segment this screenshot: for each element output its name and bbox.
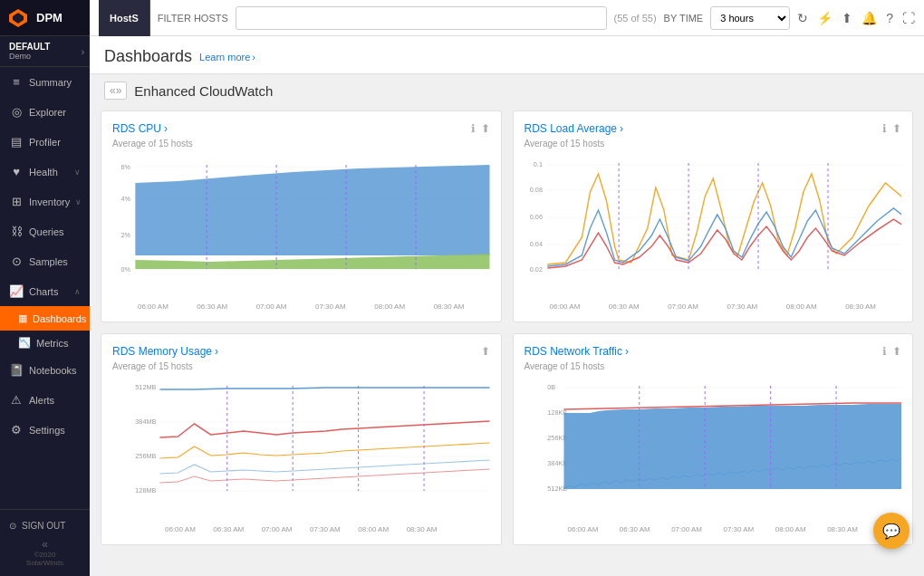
chart-card-rds-network: RDS Network Traffic › ℹ ⬆ Average of 15 … — [513, 333, 914, 545]
sidebar-item-health[interactable]: ♥ Health ∨ — [0, 157, 90, 187]
inventory-chevron-icon: ∨ — [75, 197, 82, 206]
svg-text:2%: 2% — [120, 231, 130, 239]
sidebar-item-explorer[interactable]: ◎ Explorer — [0, 97, 90, 127]
chart-share-icon-memory[interactable]: ⬆ — [481, 345, 490, 358]
chart-title-arrow-icon-memory: › — [215, 345, 218, 358]
fullscreen-icon[interactable]: ⛶ — [902, 11, 915, 25]
svg-text:384MB: 384MB — [135, 418, 156, 426]
copyright-text: ©2020 SolarWinds — [9, 551, 81, 569]
time-selector[interactable]: 3 hours 30 minutes 1 hour 6 hours 12 hou… — [710, 6, 790, 30]
dashboard-title-row: «» Enhanced CloudWatch — [101, 74, 913, 110]
metrics-icon: 📉 — [18, 337, 31, 349]
lightning-icon[interactable]: ⚡ — [817, 11, 833, 25]
sidebar-item-samples[interactable]: ⊙ Samples — [0, 246, 90, 276]
chart-subtitle-network: Average of 15 hosts — [525, 361, 902, 371]
chart-title-load[interactable]: RDS Load Average › — [525, 122, 624, 135]
sidebar-item-queries[interactable]: ⛓ Queries — [0, 216, 90, 246]
dashboard-section-title: Enhanced CloudWatch — [134, 83, 273, 99]
sidebar-label-metrics: Metrics — [36, 338, 68, 349]
sidebar-item-summary[interactable]: ≡ Summary — [0, 67, 90, 97]
chart-x-axis-cpu: 06:00 AM 06:30 AM 07:00 AM 07:30 AM 08:0… — [112, 302, 490, 311]
samples-icon: ⊙ — [9, 254, 24, 268]
sidebar-label-alerts: Alerts — [29, 395, 54, 406]
chart-share-icon-load[interactable]: ⬆ — [892, 122, 901, 135]
health-chevron-icon: ∨ — [74, 168, 81, 177]
sidebar-label-samples: Samples — [29, 256, 68, 267]
chart-subtitle-cpu: Average of 15 hosts — [112, 139, 490, 149]
sidebar-item-settings[interactable]: ⚙ Settings — [0, 415, 90, 445]
svg-marker-52 — [563, 404, 901, 489]
sidebar-footer: ⊙ SIGN OUT « ©2020 SolarWinds — [0, 509, 90, 576]
filter-hosts-input[interactable] — [236, 6, 607, 30]
load-chart-svg: 0.1 0.08 0.06 0.04 0.02 — [525, 156, 902, 283]
chart-card-header-cpu: RDS CPU › ℹ ⬆ — [112, 122, 490, 135]
dashboards-icon: ▦ — [18, 312, 27, 324]
svg-text:0.06: 0.06 — [529, 213, 542, 221]
sidebar-label-profiler: Profiler — [29, 137, 61, 148]
network-chart-svg: 0B 128KB 256KB 384KB 512KB — [525, 379, 902, 505]
dashboard-collapse-icon[interactable]: «» — [104, 82, 127, 100]
chart-x-axis-network: 06:00 AM 06:30 AM 07:00 AM 07:30 AM 08:0… — [525, 525, 902, 533]
queries-icon: ⛓ — [9, 225, 24, 238]
svg-text:6%: 6% — [120, 163, 130, 171]
memory-chart-svg: 512MB 384MB 256MB 128MB — [112, 379, 490, 505]
svg-text:512MB: 512MB — [135, 383, 156, 391]
chart-area-cpu: 6% 4% 2% 0% — [112, 156, 490, 301]
chart-info-icon-load[interactable]: ℹ — [882, 122, 887, 135]
chart-info-icon-cpu[interactable]: ℹ — [471, 122, 476, 135]
svg-marker-11 — [135, 254, 489, 269]
chart-info-icon-network[interactable]: ℹ — [882, 345, 887, 358]
sign-out-label: SIGN OUT — [22, 521, 65, 531]
bell-icon[interactable]: 🔔 — [861, 11, 877, 25]
sidebar-label-settings: Settings — [29, 425, 65, 436]
time-label: BY TIME — [664, 13, 704, 24]
page-title: Dashboards — [104, 47, 192, 66]
filter-label: FILTER HOSTS — [158, 13, 228, 24]
sign-out-icon: ⊙ — [9, 521, 16, 531]
account-default: DEFAULT — [9, 42, 81, 52]
app-title: DPM — [36, 11, 63, 24]
chart-share-icon-network[interactable]: ⬆ — [892, 345, 901, 358]
sign-out-button[interactable]: ⊙ SIGN OUT — [9, 517, 81, 534]
sidebar-item-notebooks[interactable]: 📓 Notebooks — [0, 355, 90, 385]
chart-actions-cpu: ℹ ⬆ — [471, 122, 490, 135]
dashboard-section: «» Enhanced CloudWatch RDS CPU › ℹ ⬆ — [90, 74, 924, 556]
account-info[interactable]: DEFAULT Demo › — [0, 36, 90, 67]
sidebar-item-charts[interactable]: 📈 Charts ∧ — [0, 276, 90, 306]
charts-chevron-icon: ∧ — [74, 287, 81, 296]
chart-share-icon-cpu[interactable]: ⬆ — [481, 122, 490, 135]
help-icon[interactable]: ? — [886, 11, 893, 25]
sidebar-item-alerts[interactable]: ⚠ Alerts — [0, 385, 90, 415]
chart-actions-network: ℹ ⬆ — [882, 345, 901, 358]
chart-title-network[interactable]: RDS Network Traffic › — [525, 345, 629, 358]
chart-title-memory[interactable]: RDS Memory Usage › — [112, 345, 218, 358]
inventory-icon: ⊞ — [9, 195, 24, 208]
svg-text:0.08: 0.08 — [529, 186, 542, 194]
charts-grid: RDS CPU › ℹ ⬆ Average of 15 hosts 6% — [101, 110, 913, 545]
share-icon[interactable]: ⬆ — [842, 11, 852, 25]
sidebar: DPM DEFAULT Demo › ≡ Summary ◎ Explorer … — [0, 0, 90, 576]
content-area: Dashboards Learn more › «» Enhanced Clou… — [90, 36, 924, 576]
chart-title-cpu[interactable]: RDS CPU › — [112, 122, 168, 135]
chart-card-rds-load: RDS Load Average › ℹ ⬆ Average of 15 hos… — [513, 110, 914, 322]
sidebar-item-dashboards[interactable]: ▦ Dashboards — [0, 306, 90, 331]
chat-icon: 💬 — [882, 523, 900, 540]
app-logo — [7, 7, 29, 29]
chat-button[interactable]: 💬 — [873, 513, 910, 549]
chart-card-header-network: RDS Network Traffic › ℹ ⬆ — [525, 345, 902, 358]
svg-marker-10 — [135, 165, 489, 269]
hosts-tab[interactable]: HostS — [99, 0, 150, 36]
svg-text:0.02: 0.02 — [529, 265, 542, 274]
sidebar-collapse-button[interactable]: « — [9, 538, 81, 551]
chart-subtitle-load: Average of 15 hosts — [525, 139, 902, 149]
sidebar-item-inventory[interactable]: ⊞ Inventory ∨ — [0, 187, 90, 216]
chart-title-arrow-icon: › — [164, 122, 168, 135]
sidebar-item-metrics[interactable]: 📉 Metrics — [0, 331, 90, 355]
chart-x-axis-load: 06:00 AM 06:30 AM 07:00 AM 07:30 AM 08:0… — [525, 302, 902, 311]
account-expand-icon: › — [82, 46, 84, 56]
learn-more-link[interactable]: Learn more › — [199, 52, 255, 62]
settings-icon: ⚙ — [9, 423, 24, 437]
sidebar-label-dashboards: Dashboards — [33, 313, 86, 324]
refresh-icon[interactable]: ↻ — [797, 11, 808, 25]
sidebar-item-profiler[interactable]: ▤ Profiler — [0, 127, 90, 157]
